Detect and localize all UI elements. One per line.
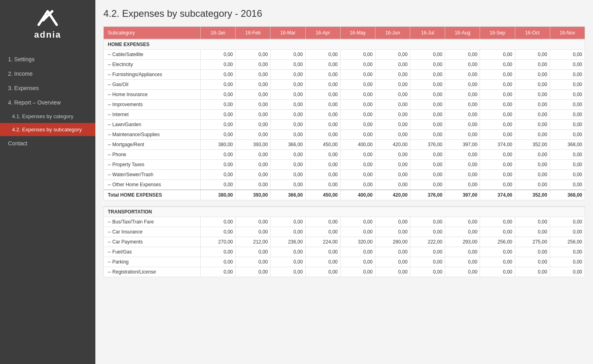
cell-10-10: 0,00 [550, 150, 585, 160]
cell-4-10: 0,00 [550, 257, 585, 267]
sidebar-nav: 1. Settings2. Income3. Expenses4. Report… [0, 52, 95, 151]
col-header-0: Subcategory [104, 27, 201, 40]
row-label: -- Bus/Taxi/Train Fare [104, 217, 201, 227]
col-header-3: 16-Mar [270, 27, 305, 40]
cell-8-3: 0,00 [305, 130, 340, 140]
cell-2-2: 0,00 [270, 70, 305, 80]
cell-5-2: 0,00 [270, 267, 305, 277]
cell-2-2: 236,00 [270, 237, 305, 247]
cell-0-5: 0,00 [375, 217, 410, 227]
cell-13-5: 0,00 [375, 180, 410, 190]
sidebar-item-expenses[interactable]: 3. Expenses [0, 81, 95, 95]
col-header-9: 16-Sep [480, 27, 515, 40]
sidebar-item-contact[interactable]: Contact [0, 136, 95, 151]
cell-10-4: 0,00 [340, 150, 375, 160]
cell-7-6: 0,00 [410, 120, 445, 130]
cell-3-5: 0,00 [375, 247, 410, 257]
cell-5-1: 0,00 [236, 100, 270, 110]
table-row: -- Home Insurance0,000,000,000,000,000,0… [104, 90, 585, 100]
cell-4-6: 0,00 [410, 90, 445, 100]
cell-7-4: 0,00 [340, 120, 375, 130]
cell-6-10: 0,00 [550, 110, 585, 120]
cell-6-9: 0,00 [515, 110, 550, 120]
cell-9-4: 400,00 [340, 140, 375, 150]
cell-4-10: 0,00 [550, 90, 585, 100]
table-row: -- Fuel/Gas0,000,000,000,000,000,000,000… [104, 247, 585, 257]
cell-13-8: 0,00 [480, 180, 515, 190]
cell-10-7: 0,00 [445, 150, 480, 160]
cell-5-10: 0,00 [550, 100, 585, 110]
cell-1-10: 0,00 [550, 227, 585, 237]
total-cell-7: 397,00 [445, 190, 480, 200]
col-header-2: 16-Feb [236, 27, 270, 40]
cell-0-1: 0,00 [236, 50, 270, 60]
table-row: -- Maintenance/Supplies0,000,000,000,000… [104, 130, 585, 140]
cell-9-5: 420,00 [375, 140, 410, 150]
cell-0-4: 0,00 [340, 217, 375, 227]
sidebar-item-report-overview[interactable]: 4. Report – Overview [0, 95, 95, 110]
cell-3-2: 0,00 [270, 80, 305, 90]
cell-11-9: 0,00 [515, 160, 550, 170]
sidebar-item-settings[interactable]: 1. Settings [0, 52, 95, 66]
cell-5-0: 0,00 [201, 100, 236, 110]
expenses-table: Subcategory16-Jan16-Feb16-Mar16-Apr16-Ma… [103, 26, 585, 277]
cell-13-9: 0,00 [515, 180, 550, 190]
logo-area: adnia [34, 8, 61, 40]
cell-3-10: 0,00 [550, 247, 585, 257]
cell-13-10: 0,00 [550, 180, 585, 190]
cell-4-4: 0,00 [340, 90, 375, 100]
total-row-home-expenses: Total HOME EXPENSES380,00393,00366,00450… [104, 190, 585, 200]
cell-8-2: 0,00 [270, 130, 305, 140]
cell-10-8: 0,00 [480, 150, 515, 160]
cell-3-1: 0,00 [236, 80, 270, 90]
cell-3-3: 0,00 [305, 247, 340, 257]
cell-3-8: 0,00 [480, 80, 515, 90]
cell-9-7: 397,00 [445, 140, 480, 150]
cell-3-9: 0,00 [515, 80, 550, 90]
section-header-transportation: TRANSPORTATION [104, 207, 585, 217]
total-cell-5: 420,00 [375, 190, 410, 200]
cell-9-8: 374,00 [480, 140, 515, 150]
cell-1-3: 0,00 [305, 227, 340, 237]
cell-2-1: 0,00 [236, 70, 270, 80]
cell-3-1: 0,00 [236, 247, 270, 257]
cell-13-3: 0,00 [305, 180, 340, 190]
sidebar-item-income[interactable]: 2. Income [0, 66, 95, 81]
cell-10-1: 0,00 [236, 150, 270, 160]
logo-icon [36, 8, 60, 28]
sidebar: adnia 1. Settings2. Income3. Expenses4. … [0, 0, 95, 364]
cell-8-7: 0,00 [445, 130, 480, 140]
cell-2-1: 212,00 [236, 237, 270, 247]
cell-1-5: 0,00 [375, 60, 410, 70]
cell-12-7: 0,00 [445, 170, 480, 180]
cell-3-6: 0,00 [410, 80, 445, 90]
cell-2-8: 0,00 [480, 70, 515, 80]
row-label: -- Electricity [104, 60, 201, 70]
col-header-10: 16-Oct [515, 27, 550, 40]
cell-11-8: 0,00 [480, 160, 515, 170]
cell-8-1: 0,00 [236, 130, 270, 140]
cell-12-4: 0,00 [340, 170, 375, 180]
row-label: -- Parking [104, 257, 201, 267]
cell-11-2: 0,00 [270, 160, 305, 170]
row-label: -- Car Payments [104, 237, 201, 247]
cell-7-0: 0,00 [201, 120, 236, 130]
section-header-home-expenses: HOME EXPENSES [104, 39, 585, 50]
cell-2-3: 224,00 [305, 237, 340, 247]
row-label: -- Lawn/Garden [104, 120, 201, 130]
row-label: -- Other Home Expenses [104, 180, 201, 190]
cell-5-3: 0,00 [305, 267, 340, 277]
cell-5-6: 0,00 [410, 267, 445, 277]
cell-6-7: 0,00 [445, 110, 480, 120]
page-title: 4.2. Expenses by subcategory - 2016 [103, 8, 585, 19]
sidebar-item-expenses-by-category[interactable]: 4.1. Expenses by category [0, 110, 95, 123]
cell-3-8: 0,00 [480, 247, 515, 257]
cell-13-1: 0,00 [236, 180, 270, 190]
cell-6-4: 0,00 [340, 110, 375, 120]
cell-0-0: 0,00 [201, 217, 236, 227]
cell-11-10: 0,00 [550, 160, 585, 170]
sidebar-item-expenses-by-subcategory[interactable]: 4.2. Expenses by subcategory [0, 123, 95, 136]
col-header-8: 16-Aug [445, 27, 480, 40]
cell-5-9: 0,00 [515, 267, 550, 277]
cell-11-5: 0,00 [375, 160, 410, 170]
